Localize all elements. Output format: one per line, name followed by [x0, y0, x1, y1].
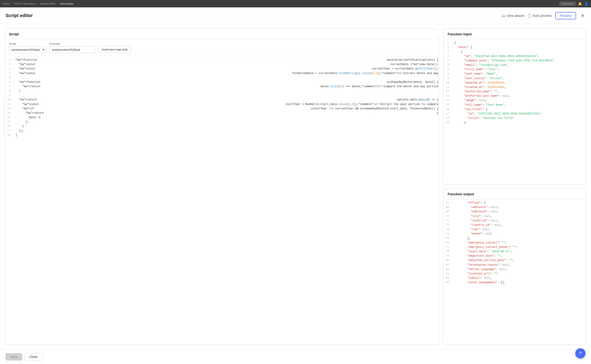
function-output-header: Function output: [443, 189, 586, 199]
top-nav: Home › TPM IT Operations › Namely HRIS ›…: [0, 0, 591, 7]
breadcrumb-home[interactable]: Home: [3, 2, 9, 5]
line-dot: [452, 59, 454, 63]
line-number: 6: [443, 63, 452, 67]
close-footer-button[interactable]: Close: [25, 353, 42, 361]
line-dot: [452, 205, 454, 210]
line-content: "company_uuid": "37d1eeea-77e8-4c01-8f0c…: [454, 59, 586, 63]
code-line: 14 data: d: [5, 115, 438, 120]
json-line: 18 "title": "Unknown Job Title": [443, 116, 586, 120]
line-dot: •: [452, 107, 454, 112]
line-content: "last_name": "Name",: [454, 72, 586, 76]
auto-preview-label[interactable]: Auto preview: [528, 14, 552, 18]
line-dot: [452, 63, 454, 67]
line-number: 83: [443, 272, 452, 276]
function-output-editor[interactable]: 67 • "office": { 68 "address1": null, 69…: [443, 199, 586, 344]
json-line: 7 "first_name": "Test",: [443, 67, 586, 72]
line-dot: •: [13, 98, 15, 101]
breadcrumb-tpm[interactable]: TPM IT Operations: [14, 2, 36, 5]
function-input-editor[interactable]: 1 • { 2 • "data": [ 3 • { 4 "id": "43e2e…: [443, 39, 586, 185]
main-content: Script Script anniversariesToSlack Funct…: [0, 24, 591, 350]
line-content: "created_at": 1529614056,: [454, 85, 586, 90]
breadcrumb-flow-builder[interactable]: Flow builder: [60, 2, 74, 5]
line-content: "office": {: [454, 201, 586, 205]
line-dot: [452, 120, 454, 125]
preview-button[interactable]: Preview: [555, 12, 576, 20]
line-dot: •: [452, 41, 454, 45]
save-button[interactable]: Save: [6, 353, 22, 361]
line-content: "id": "22ff2105-6072-4630-b6dd-5b9a53857…: [454, 112, 586, 116]
line-number: 7: [5, 84, 13, 89]
line-content: "city": null,: [454, 214, 586, 219]
environment-badge[interactable]: Production: [559, 2, 576, 6]
line-number: 81: [443, 263, 452, 267]
line-number: 67: [443, 201, 452, 205]
line-number: 6: [5, 80, 13, 84]
breadcrumb-namely[interactable]: Namely HRIS: [40, 2, 55, 5]
line-content: "kw">const: [15, 71, 292, 76]
line-content: "user_status": "active",: [454, 76, 586, 81]
line-content: "departure_date": "",: [454, 254, 586, 258]
json-line: 8 "last_name": "Name",: [443, 72, 586, 76]
line-number: 10: [443, 81, 452, 85]
json-line: 9 "user_status": "active",: [443, 76, 586, 81]
json-line: 2 • "data": [: [443, 45, 586, 50]
code-line: 12 • "kw">if (startYear !== currentYear …: [5, 107, 438, 111]
code-line: 17 });: [5, 129, 438, 133]
line-dot: [452, 258, 454, 263]
line-number: 5: [5, 76, 13, 80]
line-number: 11: [443, 85, 452, 90]
line-number: 16: [5, 124, 13, 128]
line-content: "adjusted_service_date": "",: [454, 258, 586, 263]
line-content: "native_language": null,: [454, 267, 586, 272]
line-number: 76: [443, 241, 452, 245]
line-dot: •: [13, 80, 15, 84]
line-content: });: [15, 129, 438, 133]
view-aliases-button[interactable]: 📖 View aliases: [501, 14, 525, 18]
help-button[interactable]: ?: [575, 348, 585, 358]
line-number: 74: [443, 232, 452, 236]
line-content: "state_id": null,: [454, 219, 586, 223]
line-dot: [452, 280, 454, 285]
json-line: 4 "id": "43e2efad-db24-4e8a-80b9-d990e5b…: [443, 54, 586, 59]
user-icon[interactable]: 👤: [584, 2, 588, 6]
insert-stub-button[interactable]: Insert pre map stub: [98, 46, 131, 53]
line-dot: [452, 76, 454, 81]
line-number: 71: [443, 219, 452, 223]
line-number: 8: [443, 72, 452, 76]
bell-icon[interactable]: 🔔: [578, 2, 582, 6]
right-panels: Function input 1 • { 2 • "data": [ 3 • {…: [443, 29, 586, 345]
code-line: 6 • "kw">function areSameDayMonth(date1,…: [5, 80, 438, 84]
code-editor[interactable]: 1 • "kw">function anniversariesToSlack(o…: [5, 56, 438, 344]
json-line: 78 "start_date": "2018-06-27",: [443, 249, 586, 254]
editor-footer: Save Close: [0, 350, 591, 364]
line-content: "emergency_contact_phone": "",: [454, 245, 586, 249]
line-dot: [452, 276, 454, 280]
function-input[interactable]: [49, 46, 96, 53]
line-dot: [452, 67, 454, 72]
function-output-panel: Function output 67 • "office": { 68 "add…: [443, 188, 586, 345]
json-line: 11 "created_at": 1529614056,: [443, 85, 586, 90]
json-line: 68 "address1": null,: [443, 205, 586, 210]
json-line: 79 "departure_date": "",: [443, 254, 586, 258]
line-dot: [452, 219, 454, 223]
json-line: 71 "state_id": null,: [443, 219, 586, 223]
line-content: "title": "Unknown Job Title": [454, 116, 586, 120]
json-line: 3 • {: [443, 50, 586, 54]
line-dot: [452, 210, 454, 214]
line-number: 77: [443, 245, 452, 249]
json-line: 81 "terminated_reason": null,: [443, 263, 586, 267]
line-content: "terminated_reason": null,: [454, 263, 586, 267]
script-label: Script: [9, 42, 47, 46]
line-content: "kw">return: [15, 98, 397, 102]
line-dot: [452, 116, 454, 120]
line-dot: [452, 254, 454, 258]
auto-preview-checkbox[interactable]: [528, 14, 532, 17]
json-line: 1 • {: [443, 41, 586, 45]
line-content: "kw">const: [15, 62, 390, 67]
close-button[interactable]: ✕: [580, 13, 585, 19]
line-content: }: [15, 89, 438, 93]
line-number: 79: [443, 254, 452, 258]
line-content: }: [15, 133, 438, 137]
script-select[interactable]: anniversariesToSlack: [9, 46, 47, 53]
line-number: 17: [443, 112, 452, 116]
